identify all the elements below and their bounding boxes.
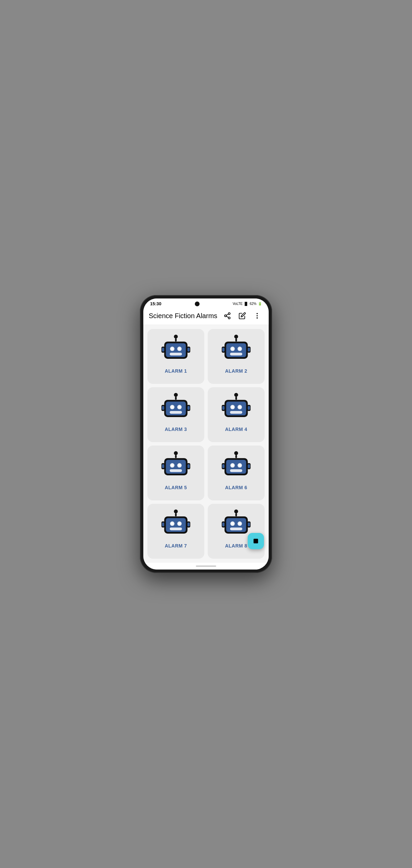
svg-rect-74 [235,455,237,458]
svg-rect-111 [230,528,242,530]
svg-line-4 [226,314,228,315]
svg-rect-46 [170,411,182,414]
svg-rect-39 [162,406,164,410]
svg-rect-33 [230,353,242,355]
svg-rect-20 [170,353,182,355]
svg-rect-78 [222,464,225,468]
svg-rect-35 [175,396,177,400]
home-bar [196,565,216,567]
svg-point-6 [256,315,258,316]
phone-screen: 15:30 VoLTE ▐▌ 62% 🔋 Science Fiction Ala… [143,298,269,570]
stop-icon [252,538,259,544]
svg-rect-67 [187,464,190,468]
battery-text: 62% [250,302,256,306]
svg-point-45 [178,406,181,408]
svg-rect-100 [235,513,237,516]
home-indicator [143,563,269,570]
more-button[interactable] [251,310,263,322]
svg-rect-13 [162,348,164,351]
svg-rect-93 [187,522,190,526]
app-bar: Science Fiction Alarms [143,308,269,325]
alarm-label-3: ALARM 3 [165,427,187,432]
alarm-card-8[interactable]: ALARM 8 [208,504,265,559]
svg-rect-28 [248,348,250,351]
svg-rect-15 [187,348,190,351]
svg-point-97 [178,522,181,525]
fab-stop[interactable] [248,533,264,549]
svg-point-73 [234,451,238,455]
alarm-card-2[interactable]: ALARM 2 [208,329,265,384]
alarm-grid: ALARM 1 ALARM 2 [143,325,269,563]
svg-point-7 [256,317,258,319]
svg-rect-26 [222,348,225,351]
alarm-card-5[interactable]: ALARM 5 [147,446,204,500]
robot-icon-7 [159,509,193,540]
svg-rect-48 [235,396,237,400]
robot-icon-1 [159,334,193,365]
svg-point-21 [234,335,238,338]
svg-point-47 [234,393,238,397]
share-button[interactable] [221,310,233,322]
svg-point-30 [231,348,234,350]
phone-shell: 15:30 VoLTE ▐▌ 62% 🔋 Science Fiction Ala… [140,295,272,573]
signal-icon: VoLTE ▐▌ [233,302,248,306]
alarm-card-6[interactable]: ALARM 6 [208,446,265,500]
svg-point-110 [239,522,241,525]
svg-rect-61 [175,455,177,458]
robot-icon-3 [159,393,193,423]
svg-point-99 [234,510,238,513]
svg-point-17 [171,348,173,350]
status-time: 15:30 [150,301,161,306]
alarm-label-1: ALARM 1 [165,368,187,374]
edit-icon [239,312,246,319]
robot-icon-4 [219,393,253,423]
alarm-card-7[interactable]: ALARM 7 [147,504,204,559]
alarm-card-3[interactable]: ALARM 3 [147,387,204,442]
svg-line-3 [226,316,228,317]
svg-point-8 [174,335,178,338]
robot-icon-5 [159,451,193,481]
edit-button[interactable] [236,310,248,322]
svg-rect-91 [162,522,164,526]
svg-rect-87 [175,513,177,516]
alarm-card-1[interactable]: ALARM 1 [147,329,204,384]
svg-point-95 [171,522,173,525]
alarm-label-6: ALARM 6 [225,485,247,490]
svg-rect-9 [175,338,177,342]
svg-point-43 [171,406,173,408]
svg-point-58 [239,406,241,408]
svg-rect-54 [248,406,250,410]
svg-point-71 [178,464,181,467]
alarm-label-8: ALARM 8 [225,543,247,549]
svg-rect-80 [248,464,250,468]
svg-rect-41 [187,406,190,410]
share-icon [224,312,231,319]
svg-rect-98 [170,528,182,530]
svg-point-69 [171,464,173,467]
more-vertical-icon [253,312,261,319]
alarm-label-5: ALARM 5 [165,485,187,490]
alarm-card-4[interactable]: ALARM 4 [208,387,265,442]
svg-point-56 [231,406,234,408]
svg-point-19 [178,348,181,350]
svg-point-86 [174,510,178,513]
alarm-label-2: ALARM 2 [225,368,247,374]
svg-rect-104 [222,522,225,526]
svg-point-5 [256,313,258,314]
alarm-label-4: ALARM 4 [225,427,247,432]
svg-rect-59 [230,411,242,414]
status-bar: 15:30 VoLTE ▐▌ 62% 🔋 [143,298,269,308]
robot-icon-2 [219,334,253,365]
svg-rect-112 [253,539,258,543]
camera-cutout [195,302,200,306]
alarm-label-7: ALARM 7 [165,543,187,549]
svg-point-60 [174,451,178,455]
svg-rect-72 [170,469,182,472]
svg-point-34 [174,393,178,397]
svg-rect-22 [235,338,237,342]
svg-point-32 [239,348,241,350]
svg-point-82 [231,464,234,467]
svg-rect-52 [222,406,225,410]
svg-point-108 [231,522,234,525]
status-icons: VoLTE ▐▌ 62% 🔋 [233,302,262,306]
